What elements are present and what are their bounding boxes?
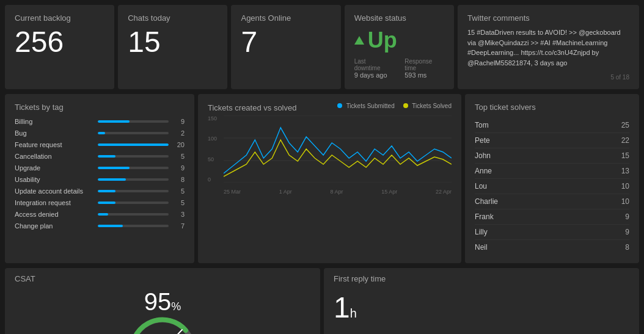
tag-bar-container [98, 201, 169, 204]
chats-today-card: Chats today 15 [118, 5, 227, 89]
solver-count: 9 [625, 228, 629, 236]
tag-item: Change plan 7 [15, 222, 185, 230]
solver-item: Tom 25 [475, 118, 629, 133]
tag-item: Usability 8 [15, 176, 185, 183]
website-title: Website status [354, 13, 444, 23]
svg-line-4 [163, 330, 182, 334]
tag-label: Feature request [15, 141, 94, 148]
solver-item: Lilly 9 [475, 225, 629, 240]
up-arrow-icon [354, 36, 364, 45]
solver-name: Anne [475, 167, 492, 175]
tag-count: 7 [172, 222, 185, 230]
tag-item: Feature request 20 [15, 141, 185, 148]
solver-name: Lilly [475, 228, 488, 236]
solver-count: 15 [621, 151, 629, 160]
tag-count: 3 [172, 211, 185, 218]
solver-count: 9 [625, 212, 629, 221]
tickets-by-tag-card: Tickets by tag Billing 9 Bug 2 Feature r… [5, 94, 194, 263]
tag-bar [98, 143, 169, 146]
solver-name: Neil [475, 243, 488, 252]
tag-count: 9 [172, 118, 185, 125]
tag-bar-container [98, 167, 169, 169]
legend-solved: Tickets Solved [403, 103, 452, 109]
website-status-value: Up [354, 27, 444, 53]
twitter-pagination: 5 of 18 [467, 74, 629, 81]
tag-label: Upgrade [15, 164, 94, 172]
solvers-title: Top ticket solvers [475, 103, 629, 112]
tag-count: 20 [172, 141, 185, 148]
tag-label: Change plan [15, 222, 94, 230]
current-backlog-card: Current backlog 256 [5, 5, 114, 89]
tag-bar-container [98, 132, 169, 134]
first-reply-title: First reply time [334, 274, 629, 283]
backlog-value: 256 [15, 27, 104, 57]
tag-label: Integration request [15, 199, 94, 206]
tag-item: Bug 2 [15, 129, 185, 137]
chart-x-labels: 25 Mar 1 Apr 8 Apr 15 Apr 22 Apr [224, 189, 452, 195]
first-reply-card: First reply time 1h [324, 268, 639, 334]
solver-name: Pete [475, 136, 490, 145]
tickets-tag-title: Tickets by tag [15, 103, 185, 112]
last-downtime-value: 9 days ago [354, 71, 393, 79]
tag-bar-container [98, 225, 169, 227]
solver-name: John [475, 151, 491, 160]
tag-bar-container [98, 155, 169, 158]
website-status-card: Website status Up Last downtime 9 days a… [345, 5, 454, 89]
csat-title: CSAT [15, 274, 310, 283]
response-time-label: Response time [404, 58, 444, 71]
tag-bar [98, 167, 130, 169]
tag-count: 9 [172, 164, 185, 172]
tag-count: 5 [172, 199, 185, 206]
tag-bar-container [98, 120, 169, 123]
solver-item: Lou 10 [475, 179, 629, 194]
tag-bar [98, 132, 105, 134]
submitted-dot [337, 103, 342, 108]
solver-count: 22 [621, 136, 629, 145]
tag-label: Access denied [15, 211, 94, 218]
last-downtime: Last downtime 9 days ago [354, 58, 393, 79]
tag-count: 5 [172, 187, 185, 195]
legend-submitted: Tickets Submitted [337, 103, 395, 109]
tag-bar [98, 155, 115, 158]
solver-item: Neil 8 [475, 240, 629, 255]
tag-item: Access denied 3 [15, 211, 185, 218]
twitter-title: Twitter comments [467, 13, 629, 23]
solver-item: Pete 22 [475, 133, 629, 148]
tag-label: Bug [15, 129, 94, 137]
tag-item: Billing 9 [15, 118, 185, 125]
tag-item: Integration request 5 [15, 199, 185, 206]
gauge-container [126, 314, 199, 334]
agents-title: Agents Online [241, 13, 331, 23]
tag-bar [98, 120, 130, 123]
solver-count: 8 [625, 243, 629, 252]
tag-label: Update account details [15, 187, 94, 195]
tag-item: Update account details 5 [15, 187, 185, 195]
tag-count: 8 [172, 176, 185, 183]
csat-card: CSAT 95% 0% [5, 268, 320, 334]
tag-label: Billing [15, 118, 94, 125]
solver-item: Anne 13 [475, 164, 629, 179]
solver-count: 10 [621, 182, 629, 191]
solver-name: Lou [475, 182, 487, 191]
solver-name: Charlie [475, 197, 498, 206]
tag-bar-container [98, 213, 169, 216]
solver-item: Charlie 10 [475, 194, 629, 209]
chats-title: Chats today [128, 13, 218, 23]
tag-label: Cancellation [15, 153, 94, 160]
tag-count: 5 [172, 153, 185, 160]
website-status-meta: Last downtime 9 days ago Response time 5… [354, 58, 444, 79]
chart-title: Tickets created vs solved [208, 103, 296, 112]
chart-container: 0 50 100 150 [208, 115, 452, 195]
solver-item: Frank 9 [475, 209, 629, 225]
agents-value: 7 [241, 27, 331, 57]
response-time-value: 593 ms [404, 71, 444, 79]
last-downtime-label: Last downtime [354, 58, 393, 71]
response-time: Response time 593 ms [404, 58, 444, 79]
agents-online-card: Agents Online 7 [231, 5, 340, 89]
tag-item: Upgrade 9 [15, 164, 185, 172]
tag-bar [98, 178, 126, 181]
chart-y-labels: 0 50 100 150 [208, 115, 221, 183]
chats-value: 15 [128, 27, 218, 57]
solver-count: 10 [621, 197, 629, 206]
solvers-list: Tom 25 Pete 22 John 15 Anne 13 Lou 10 Ch… [475, 118, 629, 255]
